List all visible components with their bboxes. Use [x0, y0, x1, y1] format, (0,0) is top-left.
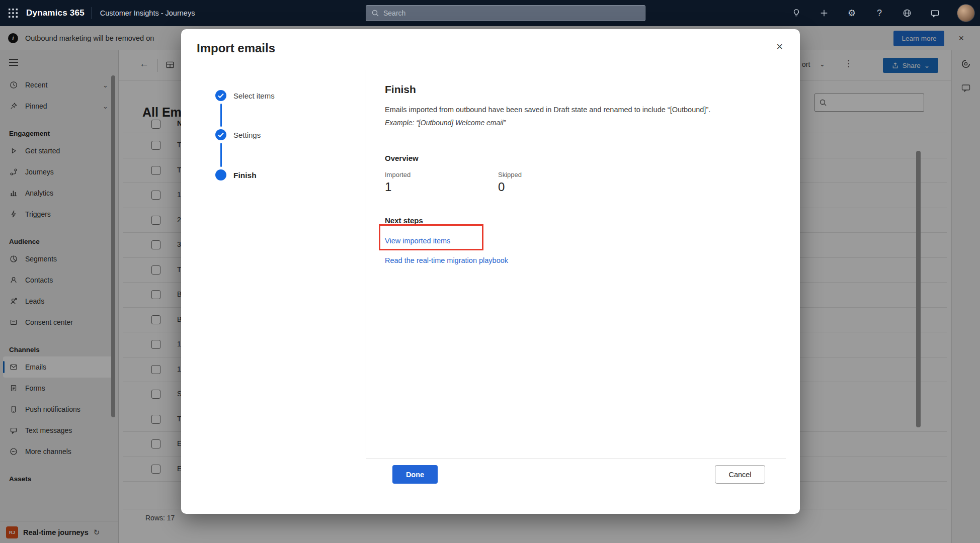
next-steps-heading: Next steps	[385, 216, 423, 225]
footer-divider	[366, 458, 786, 459]
settings-gear-icon[interactable]: ⚙	[846, 8, 857, 19]
import-emails-dialog: Import emails × Select items Settings Fi…	[181, 29, 800, 514]
view-imported-items-link[interactable]: View imported items	[385, 237, 450, 245]
brand-title: Dynamics 365	[26, 8, 85, 18]
skipped-value: 0	[498, 180, 505, 194]
topbar-actions: ⚙ ?	[791, 0, 975, 26]
step-done-icon	[215, 90, 226, 101]
step-current-icon	[215, 169, 226, 180]
step-finish[interactable]: Finish	[233, 171, 257, 180]
imported-label: Imported	[385, 171, 411, 178]
finish-heading: Finish	[385, 83, 416, 96]
app-launcher-icon[interactable]	[0, 0, 26, 26]
stepper-divider	[366, 70, 366, 457]
finish-example: Example: “[Outbound] Welcome email”	[385, 119, 506, 127]
imported-value: 1	[385, 180, 391, 194]
step-connector	[220, 104, 222, 127]
step-connector	[220, 143, 222, 167]
cancel-button[interactable]: Cancel	[715, 465, 765, 484]
migration-playbook-link[interactable]: Read the real-time migration playbook	[385, 256, 508, 264]
dialog-close-icon[interactable]: ×	[776, 41, 783, 52]
screen: Dynamics 365 Customer Insights - Journey…	[0, 0, 980, 543]
feedback-icon[interactable]	[929, 8, 940, 19]
global-search-input[interactable]: Search	[366, 5, 645, 21]
topbar-divider	[92, 7, 92, 19]
overview-heading: Overview	[385, 154, 419, 162]
waffle-icon	[9, 9, 18, 18]
user-avatar[interactable]	[957, 4, 975, 22]
search-icon	[371, 9, 379, 17]
finish-description: Emails imported from outbound have been …	[385, 106, 787, 114]
top-nav-bar: Dynamics 365 Customer Insights - Journey…	[0, 0, 980, 26]
dialog-title: Import emails	[197, 41, 275, 55]
lightbulb-icon[interactable]	[791, 8, 802, 19]
globe-icon[interactable]	[902, 8, 913, 19]
step-settings[interactable]: Settings	[233, 131, 261, 139]
app-name: Customer Insights - Journeys	[100, 9, 195, 17]
add-icon[interactable]	[819, 8, 830, 19]
skipped-label: Skipped	[498, 171, 522, 178]
done-button[interactable]: Done	[392, 465, 438, 484]
help-icon[interactable]: ?	[874, 8, 885, 19]
search-placeholder: Search	[383, 9, 405, 17]
step-done-icon	[215, 129, 226, 140]
step-select-items[interactable]: Select items	[233, 92, 275, 100]
